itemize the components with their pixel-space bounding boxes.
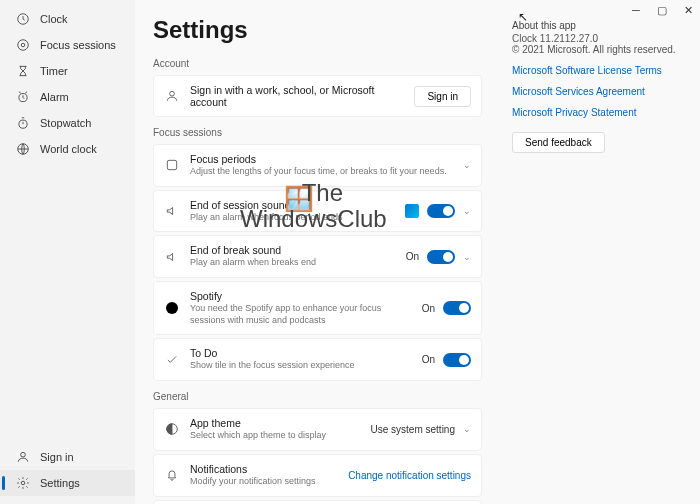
end-session-toggle[interactable]	[427, 204, 455, 218]
card-title: End of break sound	[190, 244, 396, 256]
services-link[interactable]: Microsoft Services Agreement	[512, 86, 682, 97]
toggle-state: On	[406, 251, 419, 262]
about-copyright: © 2021 Microsoft. All rights reserved.	[512, 44, 682, 55]
section-account-label: Account	[153, 58, 482, 69]
alarm-icon	[16, 90, 30, 104]
end-break-sound-row: End of break sound Play an alarm when br…	[153, 235, 482, 278]
card-desc: Play an alarm when focus period ends	[190, 212, 395, 224]
about-title: About this app	[512, 20, 682, 31]
sidebar-item-stopwatch[interactable]: Stopwatch	[0, 110, 135, 136]
svg-point-2	[21, 43, 25, 47]
sidebar-item-label: Stopwatch	[40, 117, 91, 129]
sidebar-item-label: Sign in	[40, 451, 74, 463]
card-title: End of session sound	[190, 199, 395, 211]
clock-icon	[16, 12, 30, 26]
todo-icon	[164, 352, 180, 368]
feedback-button[interactable]: Send feedback	[512, 132, 605, 153]
maximize-button[interactable]: ▢	[656, 4, 668, 17]
card-desc: Modify your notification settings	[190, 476, 338, 488]
svg-point-4	[19, 120, 27, 128]
svg-rect-9	[167, 161, 176, 170]
spotify-row: Spotify You need the Spotify app to enha…	[153, 281, 482, 335]
card-desc: Adjust the lengths of your focus time, o…	[190, 166, 453, 178]
sound-tile-icon	[405, 204, 419, 218]
card-desc: You need the Spotify app to enhance your…	[190, 303, 412, 326]
end-session-sound-row: End of session sound Play an alarm when …	[153, 190, 482, 233]
sidebar-item-label: World clock	[40, 143, 97, 155]
sidebar-item-focus[interactable]: Focus sessions	[0, 32, 135, 58]
spotify-icon	[164, 300, 180, 316]
sidebar-item-label: Clock	[40, 13, 68, 25]
privacy-link[interactable]: Microsoft Privacy Statement	[512, 107, 682, 118]
gear-icon	[16, 476, 30, 490]
sidebar: Clock Focus sessions Timer Alarm Stopwat…	[0, 0, 135, 504]
sound-icon	[164, 249, 180, 265]
card-title: Focus periods	[190, 153, 453, 165]
card-desc: Select which app theme to display	[190, 430, 361, 442]
page-title: Settings	[153, 16, 482, 44]
card-desc: Show tile in the focus session experienc…	[190, 360, 412, 372]
person-icon	[16, 450, 30, 464]
svg-point-7	[21, 481, 25, 485]
notifications-row: Notifications Modify your notification s…	[153, 454, 482, 497]
toggle-state: On	[422, 303, 435, 314]
todo-toggle[interactable]	[443, 353, 471, 367]
section-general-label: General	[153, 391, 482, 402]
theme-value: Use system setting	[371, 424, 455, 435]
signin-button[interactable]: Sign in	[414, 86, 471, 107]
card-title: Notifications	[190, 463, 338, 475]
chevron-down-icon[interactable]: ⌄	[463, 252, 471, 262]
sidebar-item-alarm[interactable]: Alarm	[0, 84, 135, 110]
toggle-state: On	[422, 354, 435, 365]
sidebar-item-signin[interactable]: Sign in	[0, 444, 135, 470]
privacy-row: Privacy Your data is stored on your devi…	[153, 500, 482, 505]
close-button[interactable]: ✕	[682, 4, 694, 17]
focus-periods-row[interactable]: Focus periods Adjust the lengths of your…	[153, 144, 482, 187]
license-link[interactable]: Microsoft Software License Terms	[512, 65, 682, 76]
svg-point-1	[18, 40, 29, 51]
sidebar-item-label: Focus sessions	[40, 39, 116, 51]
chevron-down-icon: ⌄	[463, 160, 471, 170]
svg-point-8	[170, 91, 175, 96]
signin-text: Sign in with a work, school, or Microsof…	[190, 84, 404, 108]
stopwatch-icon	[16, 116, 30, 130]
end-break-toggle[interactable]	[427, 250, 455, 264]
timer-icon	[16, 64, 30, 78]
sidebar-item-settings[interactable]: Settings	[0, 470, 135, 496]
world-icon	[16, 142, 30, 156]
focus-icon	[16, 38, 30, 52]
theme-icon	[164, 421, 180, 437]
sound-icon	[164, 203, 180, 219]
sidebar-item-label: Alarm	[40, 91, 69, 103]
card-title: To Do	[190, 347, 412, 359]
about-panel: About this app Clock 11.2112.27.0 © 2021…	[512, 16, 682, 494]
card-desc: Play an alarm when breaks end	[190, 257, 396, 269]
sidebar-item-clock[interactable]: Clock	[0, 6, 135, 32]
about-version: Clock 11.2112.27.0	[512, 33, 682, 44]
focus-periods-icon	[164, 157, 180, 173]
svg-point-6	[21, 452, 26, 457]
card-title: Spotify	[190, 290, 412, 302]
card-title: App theme	[190, 417, 361, 429]
todo-row: To Do Show tile in the focus session exp…	[153, 338, 482, 381]
minimize-button[interactable]: ─	[630, 4, 642, 17]
bell-icon	[164, 467, 180, 483]
account-signin-row: Sign in with a work, school, or Microsof…	[153, 75, 482, 117]
change-notification-link[interactable]: Change notification settings	[348, 470, 471, 481]
sidebar-item-label: Settings	[40, 477, 80, 489]
section-focus-label: Focus sessions	[153, 127, 482, 138]
sidebar-item-timer[interactable]: Timer	[0, 58, 135, 84]
person-icon	[164, 88, 180, 104]
sidebar-item-world[interactable]: World clock	[0, 136, 135, 162]
chevron-down-icon[interactable]: ⌄	[463, 424, 471, 434]
app-theme-row[interactable]: App theme Select which app theme to disp…	[153, 408, 482, 451]
spotify-toggle[interactable]	[443, 301, 471, 315]
sidebar-item-label: Timer	[40, 65, 68, 77]
chevron-down-icon[interactable]: ⌄	[463, 206, 471, 216]
